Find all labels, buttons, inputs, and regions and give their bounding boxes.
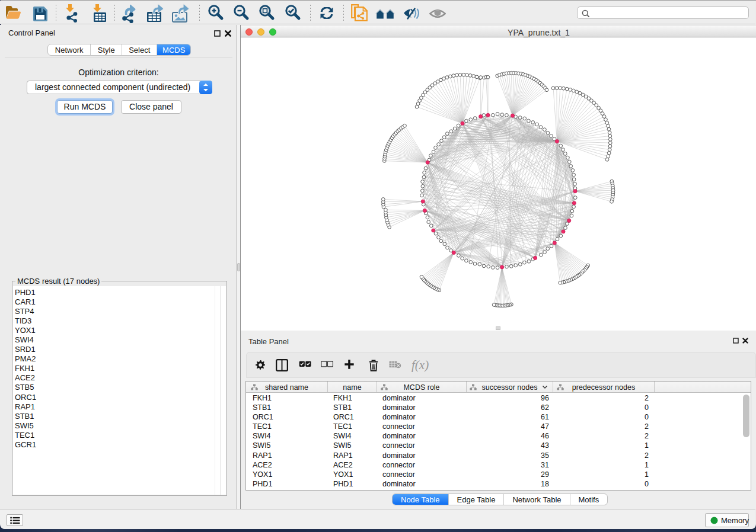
svg-text:f(x): f(x): [412, 358, 429, 372]
